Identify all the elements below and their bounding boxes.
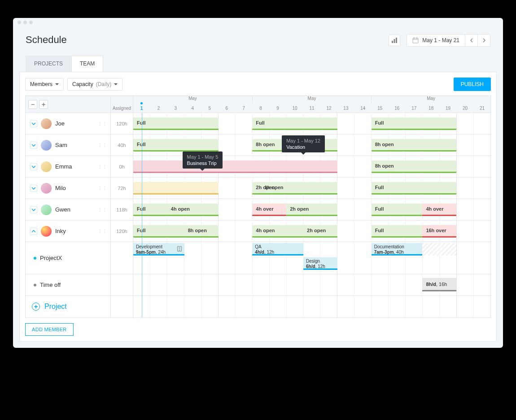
member-row: Milo⋮⋮72h2h open1h openFull [26,178,490,199]
task-bar[interactable]: Development9am-5pm, 24h [133,243,184,255]
day-header[interactable]: 18 [423,103,440,113]
collapse-member-button[interactable] [30,228,37,235]
members-filter[interactable]: Members [25,78,64,91]
day-header[interactable]: 8 [253,103,270,113]
drag-handle[interactable]: ⋮⋮ [98,209,107,211]
prev-range-button[interactable] [465,35,477,46]
member-name-label: Gwen [55,206,70,213]
day-header[interactable]: 11 [304,103,321,113]
expand-member-button[interactable] [30,142,37,149]
tab-team[interactable]: TEAM [71,56,103,72]
day-header[interactable]: 20 [457,103,474,113]
day-header[interactable]: 6 [219,103,236,113]
capacity-bar[interactable]: Full [133,204,167,216]
capacity-bar[interactable]: Full [372,117,457,130]
capacity-filter[interactable]: Capacity (Daily) [67,78,122,91]
schedule-grid: − + Assigned MayMayMay 12345678910111213… [25,95,491,318]
capacity-bar[interactable]: Full [372,204,423,216]
capacity-bar[interactable]: 4h open [167,204,219,216]
capacity-bar[interactable]: Full [372,182,457,195]
task-bar[interactable]: QA4h/d, 12h [252,243,303,255]
task-bar[interactable]: Design6h/d, 12h [303,257,337,270]
expand-all-button[interactable]: + [39,100,48,109]
member-name-label: Emma [55,163,72,170]
capacity-bar[interactable]: Full [252,117,337,130]
capacity-bar[interactable]: 4h over [252,204,286,216]
caret-down-icon [114,83,118,86]
non-working-overlay [422,243,456,255]
day-header[interactable]: 16 [389,103,406,113]
day-header[interactable]: 1 [133,103,150,113]
add-project-label: Project [44,303,67,311]
expand-member-button[interactable] [30,206,37,213]
svg-rect-0 [392,41,393,43]
chevron-right-icon [482,38,486,43]
day-header[interactable]: 4 [184,103,201,113]
project-name-label: Time off [40,281,61,288]
timeline-header: MayMayMay 123456789101112131415161718192… [133,96,490,113]
day-header[interactable]: 2 [150,103,167,113]
drag-handle[interactable]: ⋮⋮ [98,187,107,189]
tab-projects[interactable]: PROJECTS [26,56,71,72]
capacity-bar[interactable]: Full [133,139,219,152]
day-header[interactable]: 5 [201,103,219,113]
day-header[interactable]: 12 [320,103,337,113]
capacity-bar[interactable] [133,160,337,173]
capacity-bar[interactable]: 8h open [184,225,219,238]
drag-handle[interactable]: ⋮⋮ [98,230,107,232]
window-titlebar [13,18,503,27]
day-header[interactable]: 10 [287,103,304,113]
publish-button[interactable]: PUBLISH [454,78,491,91]
day-header[interactable]: 3 [167,103,184,113]
capacity-bar[interactable]: 8h open [372,139,457,152]
capacity-bar[interactable]: 8h open [372,160,457,173]
capacity-bar[interactable] [133,182,219,195]
drag-handle[interactable]: ⋮⋮ [98,144,107,146]
capacity-bar[interactable]: Full [133,225,184,238]
day-header[interactable]: 14 [354,103,372,113]
day-header[interactable]: 13 [337,103,354,113]
svg-rect-5 [414,38,415,39]
project-bullet [34,284,36,286]
capacity-bar[interactable]: 2h open1h open [252,182,337,195]
drag-handle[interactable]: ⋮⋮ [98,123,107,125]
tooltip: May 1 - May 5Business Trip [183,152,223,169]
member-row: Gwen⋮⋮118hFull4h open4h over2h openFull4… [26,199,490,221]
expand-member-button[interactable] [30,163,37,170]
day-header[interactable]: 21 [474,103,490,113]
capacity-bar[interactable]: Full [372,225,423,238]
project-row: ProjectXDevelopment9am-5pm, 24hQA4h/d, 1… [26,242,490,274]
avatar [41,183,52,194]
next-range-button[interactable] [477,35,490,46]
add-project-row[interactable]: +Project [26,296,490,317]
chart-view-button[interactable] [389,35,400,46]
capacity-bar[interactable]: 2h open [286,204,337,216]
note-icon [177,246,182,251]
capacity-bar[interactable]: 4h open [252,225,303,238]
svg-rect-1 [394,39,395,43]
page-title: Schedule [26,34,67,46]
add-member-button[interactable]: ADD MEMBER [25,323,74,336]
expand-member-button[interactable] [30,120,37,127]
capacity-bar[interactable]: 16h over [422,225,456,238]
timeoff-bar[interactable]: 8h/d, 16h [422,278,456,291]
collapse-all-button[interactable]: − [28,100,37,109]
day-header[interactable]: 17 [406,103,423,113]
drag-handle[interactable]: ⋮⋮ [98,166,107,168]
member-name-label: Joe [55,120,65,127]
day-header[interactable]: 19 [440,103,457,113]
member-name-label: Sam [55,142,67,148]
avatar [41,140,52,151]
task-bar[interactable]: Documentation7am-3pm, 40h [372,243,457,255]
capacity-bar[interactable]: 2h open [303,225,337,238]
capacity-bar[interactable]: Full [133,117,219,130]
day-header[interactable]: 7 [236,103,253,113]
date-range-picker[interactable]: May 1 - May 21 [407,34,490,47]
assigned-value: 72h [111,178,133,199]
day-header[interactable]: 9 [270,103,287,113]
expand-member-button[interactable] [30,185,37,192]
chevron-left-icon [470,38,473,43]
capacity-bar[interactable]: 4h over [422,204,456,216]
assigned-value: 120h [111,221,133,242]
day-header[interactable]: 15 [372,103,389,113]
